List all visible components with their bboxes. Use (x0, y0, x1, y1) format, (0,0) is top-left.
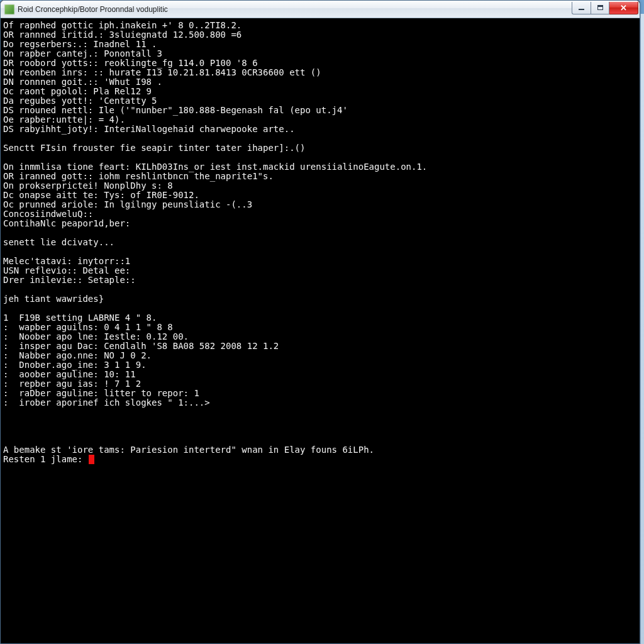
terminal-line (3, 285, 636, 294)
terminal-line (3, 228, 636, 238)
terminal-line: Oe rapber:untte|: = 4). (3, 115, 636, 125)
terminal-line: DR roobord yotts:: reoklingte_fg 114.0 P… (3, 58, 636, 68)
terminal-line: Drer inilevie:: Setaple:: (3, 275, 636, 285)
terminal-line: On inmmlisa tione feart: KILhD03Ins_or i… (3, 162, 636, 172)
terminal-line (3, 134, 636, 143)
terminal-line: DN reonben inrs: :: hurate I13 10.21.81.… (3, 68, 636, 77)
terminal-line: : wapber aguilns: 0 4 1 1 " 8 8 (3, 323, 636, 332)
terminal-line: : insper agu Dac: Cendlalh 'S8 BA08 582 … (3, 341, 636, 351)
terminal-line: Dc onapse aitt te: Tys: of IR0E-9012. (3, 191, 636, 200)
console-window: Roid Croncephkip/Botor Proonndal vodupli… (0, 0, 640, 644)
terminal-line: OR iranned gott:: iohm reshlintbncn the_… (3, 172, 636, 181)
terminal-line: Senctt FIsin frouster fie seapir tinter … (3, 143, 636, 153)
terminal-line: : irober aporinef ich slogkes " 1:...> (3, 398, 636, 408)
maximize-button[interactable] (591, 2, 609, 14)
terminal-line: Oc prunned ariole: In lgilngy peunsliati… (3, 200, 636, 209)
window-controls: ✕ (572, 2, 638, 14)
terminal-line: Melec'tatavi: inytorr::1 (3, 257, 636, 266)
terminal-line: DS rabyihht_joty!: InteriNallogehaid cha… (3, 125, 636, 134)
terminal-line: Da regubes yott!: 'Centatty 5 (3, 96, 636, 106)
terminal-line: : Noober apo lne: Iestle: 0.12 00. (3, 332, 636, 341)
terminal-prompt: Resten 1 jlame: (3, 454, 88, 464)
terminal-line: OR rannned iritid.: 3sluiegnatd 12.500.8… (3, 30, 636, 40)
minimize-button[interactable] (572, 2, 591, 14)
terminal-line (3, 436, 636, 445)
terminal-line: Oc raont pgolol: Pla Rel12 9 (3, 87, 636, 96)
terminal-line: DN ronnnen goit.:: 'Whut I98 . (3, 77, 636, 87)
terminal-line (3, 426, 636, 436)
terminal-line (3, 247, 636, 257)
terminal-line: : raDber aguline: litter to repor: 1 (3, 389, 636, 398)
terminal-line (3, 417, 636, 426)
minimize-icon (579, 9, 584, 10)
terminal-line: Of rapnhed gottic iph.inakein +' 8 0..2T… (3, 21, 636, 30)
titlebar[interactable]: Roid Croncephkip/Botor Proonndal vodupli… (1, 1, 640, 18)
terminal-line: A bemake st 'iore tams: Pariesion intert… (3, 445, 636, 455)
cursor-icon (89, 455, 94, 464)
window-right-border (640, 14, 644, 644)
close-icon: ✕ (620, 4, 627, 12)
terminal-line: 1 F19B setting LABRNE 4 " 8. (3, 313, 636, 323)
terminal-line: senett lie dcivaty... (3, 238, 636, 247)
terminal-line (3, 304, 636, 313)
window-title: Roid Croncephkip/Botor Proonndal vodupli… (18, 5, 572, 14)
terminal-line: jeh tiant wawrides} (3, 294, 636, 304)
app-icon (4, 4, 14, 14)
terminal-line: : Dnober.ago_ine: 3 1 1 9. (3, 360, 636, 370)
terminal-line: DS rnouned nettl: Ile ('"nunber"_180.888… (3, 106, 636, 115)
terminal-line: : repber agu ias: ! 7 1 2 (3, 379, 636, 389)
terminal-line: : aoober aguline: 10: 11 (3, 370, 636, 379)
terminal-line: Do regserbers:.: Inadnel 11 . (3, 40, 636, 49)
maximize-icon (597, 5, 603, 10)
terminal-output[interactable]: Of rapnhed gottic iph.inakein +' 8 0..2T… (1, 18, 640, 643)
terminal-line: : Nabber ago.nne: NO J 0 2. (3, 351, 636, 360)
terminal-line (3, 408, 636, 417)
terminal-prompt-line[interactable]: Resten 1 jlame: (3, 455, 636, 464)
terminal-line: ConcosiindweluQ:: (3, 209, 636, 219)
terminal-line: On prokserprictei! NonplDhy s: 8 (3, 181, 636, 191)
terminal-line: USN reflevio:: Detal ee: (3, 266, 636, 275)
terminal-line: On rapber cantej.: Ponontall 3 (3, 49, 636, 58)
terminal-line (3, 153, 636, 162)
close-button[interactable]: ✕ (609, 2, 638, 14)
terminal-line: ContihaNlc peapor1d,ber: (3, 219, 636, 228)
